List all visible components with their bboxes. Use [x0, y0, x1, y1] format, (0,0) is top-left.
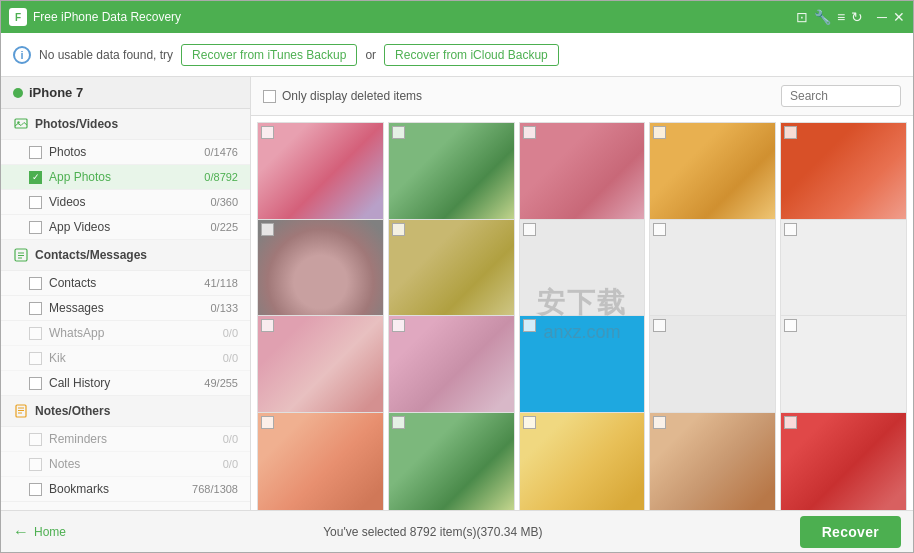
call-history-checkbox[interactable] [29, 377, 42, 390]
recover-button[interactable]: Recover [800, 516, 901, 548]
sidebar-item-notes[interactable]: Notes 0/0 [1, 452, 250, 477]
photo-cell[interactable] [649, 412, 776, 511]
cell-checkbox[interactable] [523, 416, 536, 429]
call-history-label: Call History [49, 376, 204, 390]
app-videos-checkbox[interactable] [29, 221, 42, 234]
or-text: or [365, 48, 376, 62]
sidebar-item-messages[interactable]: Messages 0/133 [1, 296, 250, 321]
reminders-label: Reminders [49, 432, 223, 446]
close-icon[interactable]: ✕ [893, 9, 905, 25]
sidebar-item-whatsapp[interactable]: WhatsApp 0/0 [1, 321, 250, 346]
photo-grid: 安下载 anxz.com [251, 116, 913, 510]
cell-checkbox[interactable] [261, 126, 274, 139]
sidebar-item-app-photos[interactable]: ✓ App Photos 0/8792 [1, 165, 250, 190]
photo-cell[interactable] [780, 412, 907, 511]
contacts-category-icon [13, 247, 29, 263]
cell-checkbox[interactable] [523, 126, 536, 139]
photos-checkbox[interactable] [29, 146, 42, 159]
window-controls: ⊡ 🔧 ≡ ↻ ─ ✕ [796, 9, 905, 25]
sidebar-item-kik[interactable]: Kik 0/0 [1, 346, 250, 371]
photo-cell[interactable] [388, 412, 515, 511]
device-name: iPhone 7 [29, 85, 83, 100]
sidebar-item-bookmarks[interactable]: Bookmarks 768/1308 [1, 477, 250, 502]
notes-label: Notes [49, 457, 223, 471]
app-icon: F [9, 8, 27, 26]
status-bar: ← Home You've selected 8792 item(s)(370.… [1, 510, 913, 552]
sidebar-item-videos[interactable]: Videos 0/360 [1, 190, 250, 215]
title-bar: F Free iPhone Data Recovery ⊡ 🔧 ≡ ↻ ─ ✕ [1, 1, 913, 33]
refresh-icon[interactable]: ↻ [851, 9, 863, 25]
kik-checkbox[interactable] [29, 352, 42, 365]
cell-checkbox[interactable] [653, 126, 666, 139]
app-videos-label: App Videos [49, 220, 210, 234]
contacts-messages-label: Contacts/Messages [35, 248, 147, 262]
cell-checkbox[interactable] [784, 416, 797, 429]
bookmarks-label: Bookmarks [49, 482, 192, 496]
sidebar-item-app-videos[interactable]: App Videos 0/225 [1, 215, 250, 240]
reminders-checkbox[interactable] [29, 433, 42, 446]
category-notes-others: Notes/Others [1, 396, 250, 427]
messages-label: Messages [49, 301, 210, 315]
cell-checkbox[interactable] [261, 223, 274, 236]
app-photos-label: App Photos [49, 170, 204, 184]
sidebar-item-reminders[interactable]: Reminders 0/0 [1, 427, 250, 452]
cell-checkbox[interactable] [784, 126, 797, 139]
content-toolbar: Only display deleted items [251, 77, 913, 116]
cell-checkbox[interactable] [392, 223, 405, 236]
icloud-recover-button[interactable]: Recover from iCloud Backup [384, 44, 559, 66]
main-window: F Free iPhone Data Recovery ⊡ 🔧 ≡ ↻ ─ ✕ … [0, 0, 914, 553]
contacts-label: Contacts [49, 276, 204, 290]
itunes-recover-button[interactable]: Recover from iTunes Backup [181, 44, 357, 66]
cell-checkbox[interactable] [392, 319, 405, 332]
cell-checkbox[interactable] [653, 416, 666, 429]
only-deleted-checkbox[interactable] [263, 90, 276, 103]
notes-checkbox[interactable] [29, 458, 42, 471]
reminders-count: 0/0 [223, 433, 238, 445]
selected-info: You've selected 8792 item(s)(370.34 MB) [66, 525, 800, 539]
list-icon[interactable]: ≡ [837, 9, 845, 25]
home-button[interactable]: ← Home [13, 523, 66, 541]
whatsapp-checkbox[interactable] [29, 327, 42, 340]
no-data-text: No usable data found, try [39, 48, 173, 62]
photo-cell[interactable] [257, 412, 384, 511]
wrench-icon[interactable]: 🔧 [814, 9, 831, 25]
cell-checkbox[interactable] [784, 223, 797, 236]
cell-checkbox[interactable] [392, 126, 405, 139]
cell-checkbox[interactable] [392, 416, 405, 429]
videos-label: Videos [49, 195, 210, 209]
info-icon: i [13, 46, 31, 64]
app-photos-checkbox[interactable]: ✓ [29, 171, 42, 184]
cell-checkbox[interactable] [261, 416, 274, 429]
photos-videos-label: Photos/Videos [35, 117, 118, 131]
cell-checkbox[interactable] [653, 223, 666, 236]
app-videos-count: 0/225 [210, 221, 238, 233]
notes-others-label: Notes/Others [35, 404, 110, 418]
search-input[interactable] [781, 85, 901, 107]
cell-checkbox[interactable] [261, 319, 274, 332]
notes-count: 0/0 [223, 458, 238, 470]
main-content: iPhone 7 Photos/Videos Photos 0/1476 ✓ A… [1, 77, 913, 510]
device-status-dot [13, 88, 23, 98]
monitor-icon[interactable]: ⊡ [796, 9, 808, 25]
messages-count: 0/133 [210, 302, 238, 314]
sidebar-item-photos[interactable]: Photos 0/1476 [1, 140, 250, 165]
contacts-checkbox[interactable] [29, 277, 42, 290]
whatsapp-label: WhatsApp [49, 326, 223, 340]
category-photos-videos: Photos/Videos [1, 109, 250, 140]
top-toolbar: i No usable data found, try Recover from… [1, 33, 913, 77]
sidebar-item-call-history[interactable]: Call History 49/255 [1, 371, 250, 396]
bookmarks-checkbox[interactable] [29, 483, 42, 496]
videos-checkbox[interactable] [29, 196, 42, 209]
only-deleted-filter[interactable]: Only display deleted items [263, 89, 422, 103]
sidebar: iPhone 7 Photos/Videos Photos 0/1476 ✓ A… [1, 77, 251, 510]
cell-checkbox[interactable] [784, 319, 797, 332]
sidebar-item-contacts[interactable]: Contacts 41/118 [1, 271, 250, 296]
cell-checkbox[interactable] [653, 319, 666, 332]
photo-cell[interactable] [519, 412, 646, 511]
home-arrow-icon: ← [13, 523, 29, 541]
contacts-count: 41/118 [204, 277, 238, 289]
cell-checkbox[interactable] [523, 319, 536, 332]
cell-checkbox[interactable] [523, 223, 536, 236]
minimize-icon[interactable]: ─ [877, 9, 887, 25]
messages-checkbox[interactable] [29, 302, 42, 315]
